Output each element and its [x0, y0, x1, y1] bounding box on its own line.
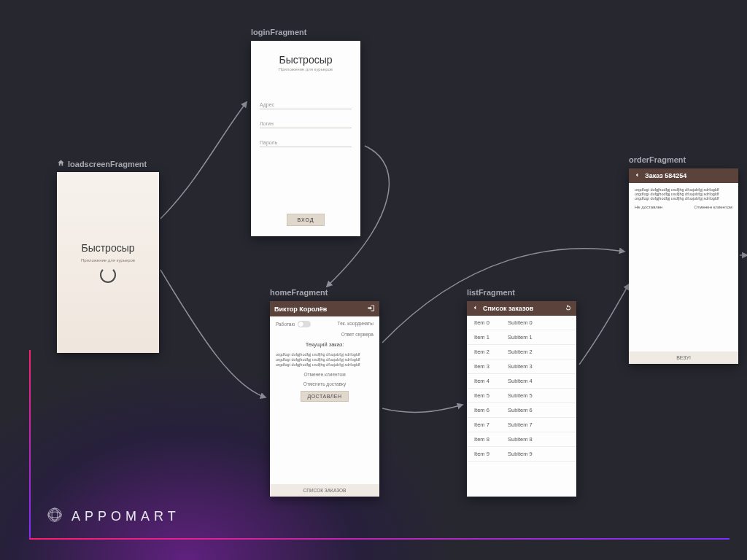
app-title: Быстросыр — [81, 242, 134, 254]
user-name: Виктор Королёв — [274, 306, 327, 313]
svg-point-0 — [48, 508, 61, 521]
brand-logo: APPOMART — [45, 505, 180, 528]
list-item[interactable]: Item 9Subitem 9 — [467, 447, 576, 462]
app-title: Быстросыр — [279, 54, 332, 66]
label-list: listFragment — [467, 288, 515, 297]
list-item[interactable]: Item 4Subitem 4 — [467, 374, 576, 389]
mock-list[interactable]: Список заказов Item 0Subitem 0Item 1Subi… — [467, 301, 576, 497]
mock-home[interactable]: Виктор Королёв Работаю Тек. координаты О… — [270, 301, 379, 497]
list-item[interactable]: Item 0Subitem 0 — [467, 316, 576, 330]
list-item[interactable]: Item 5Subitem 5 — [467, 389, 576, 403]
driving-button[interactable]: ВЕЗУ! — [629, 351, 738, 364]
refresh-icon[interactable] — [565, 304, 572, 313]
working-toggle[interactable] — [298, 321, 311, 327]
status-cancelled: Отменен клиентом — [694, 205, 732, 209]
home-icon — [57, 159, 65, 168]
back-icon[interactable] — [471, 304, 479, 313]
app-subtitle: Приложение для курьеров — [81, 258, 135, 262]
login-field[interactable]: Логин — [260, 120, 352, 128]
order-title: Заказ 584254 — [645, 172, 686, 179]
svg-point-3 — [47, 508, 62, 522]
delivered-button[interactable]: ДОСТАВЛЕН — [301, 391, 348, 402]
mock-order[interactable]: Заказ 584254 orgdfogi dufgjhodfgj usdfjh… — [629, 168, 738, 364]
login-button[interactable]: ВХОД — [287, 214, 325, 226]
working-label: Работаю — [276, 322, 295, 327]
status-not-delivered: Не доставлен — [635, 205, 662, 209]
label-login: loginFragment — [251, 28, 306, 36]
label-order: orderFragment — [629, 155, 686, 164]
list-item[interactable]: Item 6Subitem 6 — [467, 403, 576, 418]
mock-loadscreen[interactable]: Быстросыр Приложение для курьеров — [57, 172, 159, 353]
mock-login[interactable]: Быстросыр Приложение для курьеров Адрес … — [251, 41, 360, 236]
order-blurb: orgdfogi dufgjhodfgj usdfjhg dfuojobfgj … — [276, 352, 374, 368]
list-item[interactable]: Item 1Subitem 1 — [467, 330, 576, 345]
server-response-label: Ответ сервера — [341, 332, 374, 337]
logout-icon[interactable] — [367, 304, 375, 314]
brand-name: APPOMART — [71, 509, 180, 524]
logo-icon — [45, 505, 64, 528]
list-item[interactable]: Item 3Subitem 3 — [467, 359, 576, 374]
address-field[interactable]: Адрес — [260, 101, 352, 109]
label-home: homeFragment — [270, 288, 328, 297]
cancelled-by-client[interactable]: Отменен клиентом — [276, 372, 374, 377]
cancel-delivery[interactable]: Отменить доставку — [276, 381, 374, 386]
list-title: Список заказов — [483, 305, 533, 312]
app-subtitle: Приложение для курьеров — [279, 67, 333, 71]
list-item[interactable]: Item 7Subitem 7 — [467, 418, 576, 432]
current-order-heading: Текущий заказ: — [276, 341, 374, 348]
label-loadscreen: loadscreenFragment — [57, 159, 147, 168]
list-item[interactable]: Item 8Subitem 8 — [467, 432, 576, 447]
diagram-canvas: loadscreenFragment loginFragment homeFra… — [0, 0, 747, 560]
list-item[interactable]: Item 2Subitem 2 — [467, 345, 576, 359]
spinner-icon — [100, 267, 116, 283]
coords-label: Тек. координаты — [338, 321, 374, 327]
password-field[interactable]: Пароль — [260, 139, 352, 147]
orders-list-button[interactable]: СПИСОК ЗАКАЗОВ — [270, 484, 379, 497]
back-icon[interactable] — [633, 171, 640, 180]
order-blurb: orgdfogi dufgjhodfgj usdfjhg dfuojobfgj … — [635, 187, 732, 201]
